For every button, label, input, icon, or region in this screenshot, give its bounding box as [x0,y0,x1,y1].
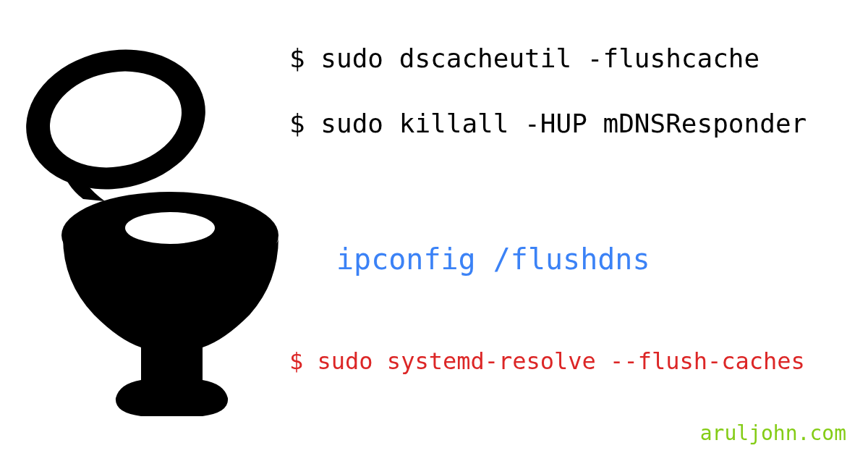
commands-panel: $ sudo dscacheutil -flushcache $ sudo ki… [289,0,868,456]
attribution-text: aruljohn.com [700,421,846,445]
macos-flush-command: $ sudo dscacheutil -flushcache [289,43,760,73]
toilet-icon [14,43,282,420]
linux-flush-command: $ sudo systemd-resolve --flush-caches [289,347,805,375]
windows-flush-command: ipconfig /flushdns [336,242,650,276]
macos-killall-command: $ sudo killall -HUP mDNSResponder [289,109,807,138]
svg-point-3 [125,212,215,244]
toilet-illustration [0,0,289,456]
